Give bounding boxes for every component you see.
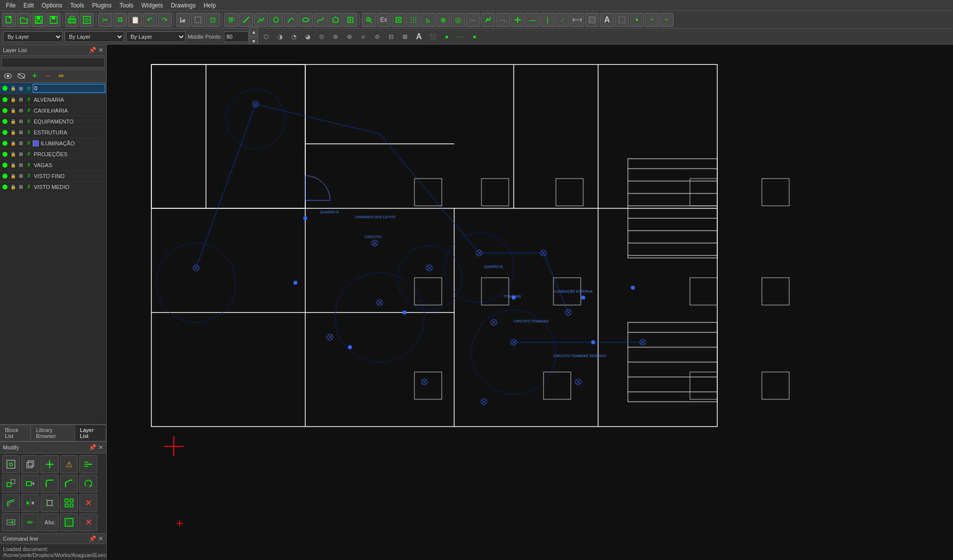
menu-tools2[interactable]: Tools — [116, 1, 137, 10]
layer-color-icon[interactable]: ⊞ — [17, 84, 25, 92]
modify-text-btn[interactable]: Abc — [41, 513, 59, 531]
layer-hash-icon[interactable]: # — [25, 139, 33, 147]
snap-icon5[interactable]: ⊙ — [316, 31, 328, 43]
midpoints-input[interactable] — [224, 31, 249, 42]
layer-hash-icon[interactable]: # — [25, 150, 33, 158]
restrict-btn3[interactable]: | — [541, 13, 554, 27]
snap-button4[interactable]: ··· — [496, 13, 510, 27]
modify-properties-btn[interactable]: ✏ — [21, 513, 39, 531]
menu-tools[interactable]: Tools — [66, 1, 88, 10]
menu-edit[interactable]: Edit — [19, 1, 38, 10]
layer-color-icon[interactable]: ⊞ — [17, 150, 25, 158]
open-button[interactable] — [17, 13, 31, 27]
layer-vis-icon[interactable] — [1, 96, 9, 104]
dot-btn2[interactable]: ·•· — [645, 13, 659, 27]
modify-rotate-btn[interactable] — [79, 475, 97, 493]
restrict-btn2[interactable]: — — [526, 13, 540, 27]
layer-row[interactable]: 🔒 ⊞ # CAIXILHARIA — [0, 105, 106, 116]
layer-color-icon[interactable]: ⊞ — [17, 161, 25, 169]
layer-hash-icon[interactable]: # — [25, 172, 33, 180]
explode-button[interactable]: Ex — [377, 13, 391, 27]
layer-row[interactable]: 🔒 ⊞ # VAGAS — [0, 160, 106, 171]
redo-button[interactable]: ↷ — [158, 13, 172, 27]
layer-lock-icon[interactable]: 🔒 — [9, 161, 17, 169]
layer-pin-icon[interactable]: 📌 — [89, 47, 96, 54]
tab-block-list[interactable]: Block List — [0, 425, 31, 441]
paste-button[interactable]: 📋 — [128, 13, 142, 27]
modify-stretch-btn[interactable] — [21, 475, 39, 493]
layer-color-swatch[interactable] — [33, 140, 39, 146]
spline-button[interactable] — [314, 13, 328, 27]
layer-vis-icon[interactable] — [1, 150, 9, 158]
pattern-button[interactable] — [615, 13, 629, 27]
layer-color-icon[interactable]: ⊞ — [17, 96, 25, 104]
polygon-button[interactable] — [329, 13, 342, 27]
layer-hash-icon[interactable]: # — [25, 183, 33, 191]
layer-row[interactable]: 🔒 ⊞ # ESTRUTURA — [0, 127, 106, 138]
snap-free-button[interactable] — [481, 13, 495, 27]
snap-icon6[interactable]: ⊚ — [330, 31, 341, 43]
layer-row[interactable]: 🔒 ⊞ # ILUMINAÇÃO — [0, 138, 106, 149]
layer-color-icon[interactable]: ⊞ — [17, 139, 25, 147]
layer-vis-icon[interactable] — [1, 128, 9, 136]
color-dropdown[interactable]: By Layer — [3, 31, 63, 42]
text-button[interactable]: A — [600, 13, 614, 27]
cut-button[interactable]: ✂ — [98, 13, 112, 27]
line-button[interactable] — [239, 13, 253, 27]
layer-vis-icon[interactable] — [1, 84, 9, 92]
layer-search-input[interactable] — [1, 58, 105, 67]
layer-vis-icon[interactable] — [1, 139, 9, 147]
snap-grid-button[interactable] — [407, 13, 420, 27]
select-window-button[interactable] — [191, 13, 205, 27]
menu-help[interactable]: Help — [200, 1, 220, 10]
layer-color-icon[interactable]: ⊞ — [17, 172, 25, 180]
insert-button[interactable] — [343, 13, 357, 27]
linewidth-dropdown[interactable]: By Layer — [126, 31, 186, 42]
layer-row[interactable]: 🔒 ⊞ # EQUIPAMENTO — [0, 116, 106, 127]
linetype-dropdown[interactable]: By Layer — [65, 31, 124, 42]
layer-lock-icon[interactable]: 🔒 — [9, 107, 17, 115]
preview-button[interactable] — [80, 13, 94, 27]
layer-color-icon[interactable]: ⊞ — [17, 107, 25, 115]
copy-button[interactable]: ⧉ — [113, 13, 127, 27]
menu-drawings[interactable]: Drawings — [167, 1, 200, 10]
layer-vis-icon[interactable] — [1, 183, 9, 191]
layer-close-icon[interactable]: ✕ — [98, 47, 103, 54]
modify-warning-btn[interactable]: ⚠ — [60, 455, 78, 473]
modify-array-btn[interactable] — [60, 494, 78, 512]
modify-hatch-btn[interactable] — [60, 513, 78, 531]
modify-align-btn[interactable] — [79, 455, 97, 473]
dim-button[interactable] — [570, 13, 584, 27]
layer-hash-icon[interactable]: # — [25, 128, 33, 136]
modify-move2-btn[interactable] — [2, 513, 20, 531]
snap-button3[interactable]: ··· — [466, 13, 480, 27]
layer-lock-icon[interactable]: 🔒 — [9, 128, 17, 136]
layer-row[interactable]: 🔒 ⊞ # VISTO FINO — [0, 171, 106, 182]
layer-show-all-btn[interactable] — [2, 71, 14, 81]
layer-hash-icon[interactable]: # — [25, 118, 33, 125]
cmd-pin-icon[interactable]: 📌 — [89, 535, 96, 542]
green-dot1[interactable]: ● — [441, 31, 453, 43]
modify-fillet-btn[interactable] — [41, 475, 59, 493]
point-button[interactable]: • — [630, 13, 644, 27]
ellipse-button[interactable] — [299, 13, 313, 27]
saveas-button[interactable] — [47, 13, 61, 27]
layer-name-input[interactable] — [33, 84, 105, 93]
snap-icon9[interactable]: ⊘ — [371, 31, 383, 43]
pattern-icon2[interactable]: ⬛ — [427, 31, 439, 43]
tab-library-browser[interactable]: Library Browser — [31, 425, 75, 441]
cad-canvas[interactable] — [107, 45, 953, 560]
hatch-button[interactable] — [585, 13, 599, 27]
layer-lock-icon[interactable]: 🔒 — [9, 118, 17, 125]
layer-row[interactable]: 🔒 ⊞ # ALVENARIA — [0, 94, 106, 105]
tab-layer-list[interactable]: Layer List — [75, 425, 106, 441]
snap-icon8[interactable]: ⟡ — [357, 31, 369, 43]
modify-mirror-btn[interactable] — [21, 494, 39, 512]
restrict-btn4[interactable]: ⟋ — [555, 13, 569, 27]
menu-file[interactable]: File — [2, 1, 19, 10]
arc-button[interactable] — [284, 13, 298, 27]
snap-icon2[interactable]: ◑ — [274, 31, 286, 43]
layer-hash-icon[interactable]: # — [25, 107, 33, 115]
restrict-button[interactable] — [511, 13, 525, 27]
snap-icon10[interactable]: ⊟ — [385, 31, 397, 43]
